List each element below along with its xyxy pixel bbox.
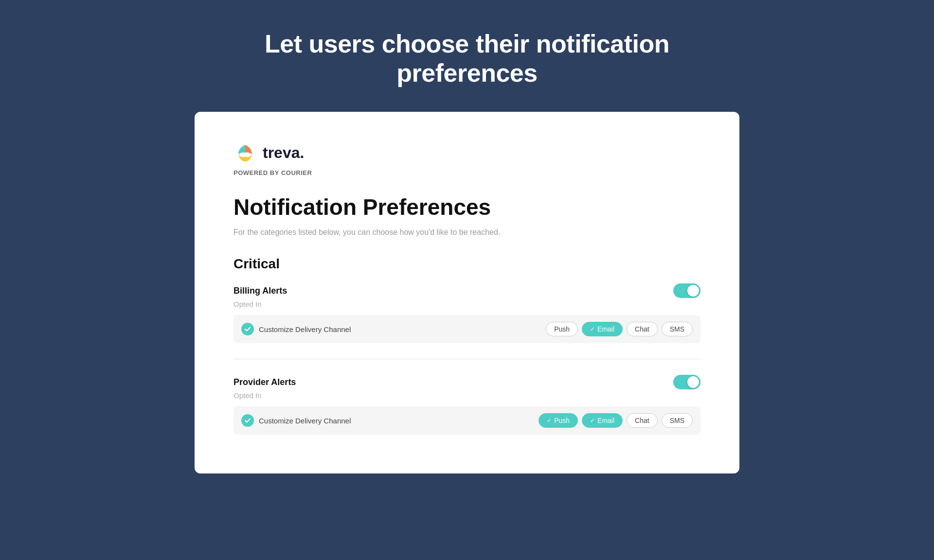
billing-alerts-push-btn[interactable]: Push [546,322,578,336]
provider-alerts-channels: ✓ Push ✓ Email Chat SMS [539,413,693,428]
billing-alerts-toggle[interactable] [673,283,700,298]
provider-alerts-delivery-row: Customize Delivery Channel ✓ Push ✓ Emai… [234,406,700,435]
provider-alerts-item: Provider Alerts Opted In Customize Deliv… [234,375,700,435]
provider-alerts-sms-btn[interactable]: SMS [662,413,693,428]
billing-alerts-email-btn[interactable]: ✓ Email [582,322,623,336]
billing-alerts-status: Opted In [234,300,700,308]
billing-alerts-toggle-track [673,283,700,298]
check-icon [244,326,251,332]
treva-logo-icon [234,141,257,164]
logo-text: treva. [263,144,304,162]
billing-alerts-channels: Push ✓ Email Chat SMS [546,322,693,336]
billing-alerts-sms-btn[interactable]: SMS [662,322,693,336]
provider-alerts-header: Provider Alerts [234,375,700,389]
provider-alerts-push-btn[interactable]: ✓ Push [539,413,578,428]
billing-alerts-name: Billing Alerts [234,286,287,296]
provider-alerts-toggle-thumb [687,376,699,388]
provider-alerts-chat-btn[interactable]: Chat [627,413,658,428]
billing-alerts-check-circle [241,323,254,335]
provider-alerts-check-circle [241,414,254,427]
preferences-subtitle: For the categories listed below, you can… [234,228,700,237]
billing-alerts-chat-btn[interactable]: Chat [627,322,658,336]
billing-alerts-header: Billing Alerts [234,283,700,298]
section-divider [234,359,700,359]
provider-alerts-toggle-track [673,375,700,389]
logo-row: treva. [234,141,700,164]
preferences-title: Notification Preferences [234,194,700,220]
provider-alerts-delivery-label: Customize Delivery Channel [259,417,351,425]
provider-alerts-delivery-left: Customize Delivery Channel [241,414,351,427]
billing-alerts-delivery-left: Customize Delivery Channel [241,323,351,335]
section-title-critical: Critical [234,256,700,272]
billing-alerts-delivery-row: Customize Delivery Channel Push ✓ Email … [234,315,700,343]
provider-alerts-status: Opted In [234,391,700,400]
billing-alerts-toggle-thumb [687,285,699,297]
preferences-card: treva. POWERED BY COURIER Notification P… [195,112,739,473]
page-headline: Let users choose their notification pref… [199,29,735,88]
billing-alerts-delivery-label: Customize Delivery Channel [259,325,351,333]
powered-by-label: POWERED BY COURIER [234,169,700,176]
billing-alerts-item: Billing Alerts Opted In Customize Delive… [234,283,700,343]
provider-alerts-email-btn[interactable]: ✓ Email [582,413,623,428]
provider-alerts-name: Provider Alerts [234,377,296,387]
check-icon-2 [244,417,251,424]
provider-alerts-toggle[interactable] [673,375,700,389]
